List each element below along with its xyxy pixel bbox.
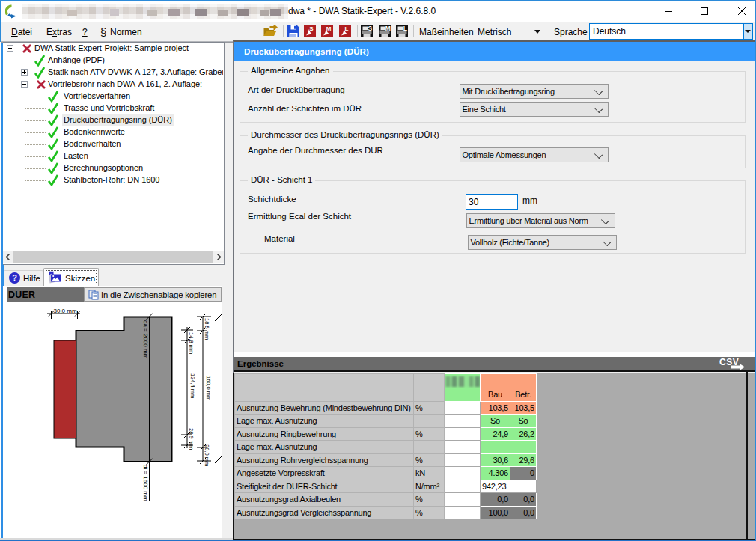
svg-text:da = 2000 mm: da = 2000 mm [142,320,149,359]
svg-text:S: S [309,25,314,32]
svg-text:18,5 mm: 18,5 mm [204,318,210,340]
svg-text:M: M [326,25,332,32]
svg-text:30,0 mm: 30,0 mm [54,308,77,314]
svg-text:160,0 mm: 160,0 mm [205,376,212,400]
svg-text:20,0 mm: 20,0 mm [204,444,210,466]
svg-text:134,4 mm: 134,4 mm [189,373,196,398]
svg-text:L: L [403,25,407,32]
svg-text:L: L [345,25,349,32]
svg-text:28,9 mm: 28,9 mm [188,428,195,450]
svg-text:M: M [385,25,391,32]
svg-text:14,3 mm: 14,3 mm [188,332,195,354]
svg-text:S: S [368,25,372,32]
svg-text:di = 1600 mm: di = 1600 mm [142,465,149,501]
